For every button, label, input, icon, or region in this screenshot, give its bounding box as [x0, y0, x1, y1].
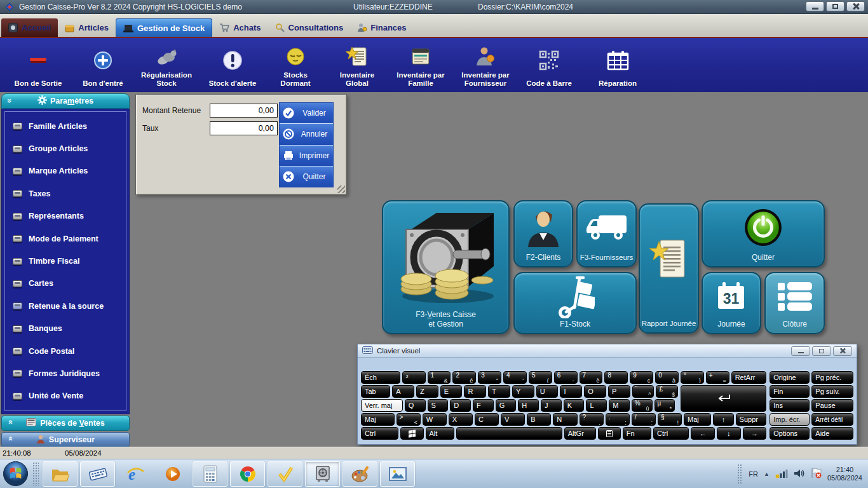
key-e[interactable]: E [440, 385, 463, 398]
tab-consultations[interactable]: Consultations [268, 18, 351, 37]
tile-quitter[interactable]: Quitter [702, 200, 825, 268]
minimize-button[interactable] [806, 1, 824, 11]
key-m[interactable]: M [609, 399, 630, 412]
ribbon-bon-dentre[interactable]: Bon d'entré [72, 41, 133, 88]
tile-clients[interactable]: F2-Clients [513, 200, 573, 268]
taskbar-chrome[interactable] [230, 461, 265, 487]
language-indicator[interactable]: FR [749, 470, 758, 478]
key-question[interactable]: ?, [580, 413, 604, 426]
key-k[interactable]: K [564, 399, 585, 412]
key-plus[interactable]: += [706, 371, 729, 384]
key-backspace[interactable]: RetArr [731, 371, 766, 384]
key-n[interactable]: N [553, 413, 577, 426]
key-8[interactable]: 8_ [604, 371, 628, 384]
ribbon-regularisation-stock[interactable]: Régularisation Stock [133, 41, 200, 88]
key-insert[interactable]: Ins [770, 399, 810, 412]
key-arrow-left[interactable]: ← [691, 427, 715, 440]
key-right-shift[interactable]: Maj [684, 413, 711, 426]
key-delete[interactable]: Suppr [736, 413, 767, 426]
taskbar-image-viewer[interactable] [380, 461, 415, 487]
taskbar-internet-explorer[interactable]: e [118, 461, 153, 487]
key-diaeresis[interactable]: ¨^ [632, 385, 654, 398]
key-esc[interactable]: Éch [361, 371, 400, 384]
key-space[interactable] [456, 427, 562, 440]
key-help[interactable]: Aide [811, 427, 853, 440]
key-left-shift[interactable]: Maj [361, 413, 395, 426]
key-left-ctrl[interactable]: Ctrl [361, 427, 398, 440]
sidebar-section-pieces-de-ventes[interactable]: » Pièces de Ventes [1, 416, 130, 431]
key-greater-less[interactable]: >< [397, 413, 421, 426]
key-right-ctrl[interactable]: Ctrl [653, 427, 689, 440]
tab-gestion-de-stock[interactable]: Gestion de Stock [116, 18, 212, 37]
sidebar-item-formes-juridiques[interactable]: Formes Juridiques [7, 362, 124, 384]
key-h[interactable]: H [518, 399, 539, 412]
key-altgr[interactable]: AltGr [564, 427, 596, 440]
annuler-button[interactable]: Annuler [280, 124, 333, 145]
key-x[interactable]: X [449, 413, 473, 426]
key-1[interactable]: 1& [428, 371, 451, 384]
key-printscreen[interactable]: Imp. écr. [770, 413, 810, 426]
key-d[interactable]: D [450, 399, 471, 412]
tab-accueil[interactable]: Accueil [1, 18, 58, 37]
key-options[interactable]: Options [770, 427, 810, 440]
key-mu[interactable]: µ* [654, 399, 675, 412]
key-end[interactable]: Fin [770, 385, 810, 398]
kb-restore-button[interactable] [812, 346, 831, 356]
taskbar-caisse-safe-app[interactable] [305, 461, 340, 487]
key-tab[interactable]: Tab [361, 385, 390, 398]
key-l[interactable]: L [586, 399, 607, 412]
key-slash[interactable]: /: [632, 413, 656, 426]
taskbar-gold-check-app[interactable] [268, 461, 302, 487]
ribbon-inventaire-par-fournisseur[interactable]: Inventaire par Fournisseur [452, 41, 519, 88]
tile-rapport-journee[interactable]: Rapport Journée [639, 203, 699, 334]
tile-stock[interactable]: F1-Stock [513, 272, 637, 334]
taskbar-paint[interactable] [342, 461, 377, 487]
sidebar-item-retenue-a-la-source[interactable]: Retenue à la source [7, 295, 124, 317]
ribbon-stock-dalerte[interactable]: Stock d'alerte [200, 41, 266, 88]
key-scrolllock[interactable]: Arrêt défil [811, 413, 853, 426]
key-y[interactable]: Y [512, 385, 534, 398]
key-3[interactable]: 3" [478, 371, 501, 384]
ribbon-code-a-barre[interactable]: Code à Barre [519, 41, 580, 88]
key-u[interactable]: U [536, 385, 559, 398]
tile-journee[interactable]: 31 Journée [702, 272, 761, 334]
key-j[interactable]: J [541, 399, 562, 412]
sidebar-item-timbre-fiscal[interactable]: Timbre Fiscal [7, 250, 124, 272]
key-a[interactable]: A [392, 385, 414, 398]
key-home[interactable]: Origine [770, 371, 810, 384]
tab-achats[interactable]: Achats [212, 18, 268, 37]
valider-button[interactable]: Valider [280, 103, 333, 124]
sidebar-item-unite-de-vente[interactable]: Unité de Vente [7, 385, 124, 407]
tile-cloture[interactable]: Clôture [764, 272, 825, 334]
keyboard-window-titlebar[interactable]: Clavier visuel [358, 344, 857, 358]
key-5[interactable]: 5( [529, 371, 552, 384]
key-2[interactable]: 2é [452, 371, 476, 384]
sidebar-item-code-postal[interactable]: Code Postal [7, 340, 124, 362]
taskbar-on-screen-keyboard[interactable] [80, 461, 115, 487]
key-superscript2[interactable]: ² [402, 371, 426, 384]
tab-finances[interactable]: Finances [350, 18, 413, 37]
resize-grip[interactable] [337, 186, 345, 193]
sidebar-item-banques[interactable]: Banques [7, 318, 124, 340]
key-9[interactable]: 9ç [630, 371, 653, 384]
close-button[interactable] [846, 1, 865, 11]
kb-close-button[interactable] [833, 346, 852, 356]
key-arrow-right[interactable]: → [743, 427, 767, 440]
key-z[interactable]: Z [416, 385, 438, 398]
start-button[interactable] [3, 461, 29, 487]
ribbon-inventaire-global[interactable]: Inventaire Global [325, 41, 389, 88]
key-alt[interactable]: Alt [426, 427, 454, 440]
sidebar-header-parametres[interactable]: » Paramètres [1, 93, 130, 109]
sidebar-item-mode-de-paiement[interactable]: Mode de Paiement [7, 227, 124, 250]
ribbon-stocks-dormant[interactable]: Stocks Dormant [266, 41, 325, 88]
sidebar-item-cartes[interactable]: Cartes [7, 273, 124, 295]
key-pageup[interactable]: Pg préc. [811, 371, 853, 384]
sidebar-item-representants[interactable]: Représentants [7, 205, 124, 227]
taskbar-calculator[interactable] [193, 461, 227, 487]
restore-button[interactable] [826, 1, 844, 11]
sidebar-item-groupe-articles[interactable]: Groupe Articles [7, 137, 124, 159]
key-pound[interactable]: £$ [656, 385, 678, 398]
quitter-button[interactable]: Quitter [280, 166, 333, 187]
key-c[interactable]: C [475, 413, 499, 426]
key-s[interactable]: S [428, 399, 449, 412]
